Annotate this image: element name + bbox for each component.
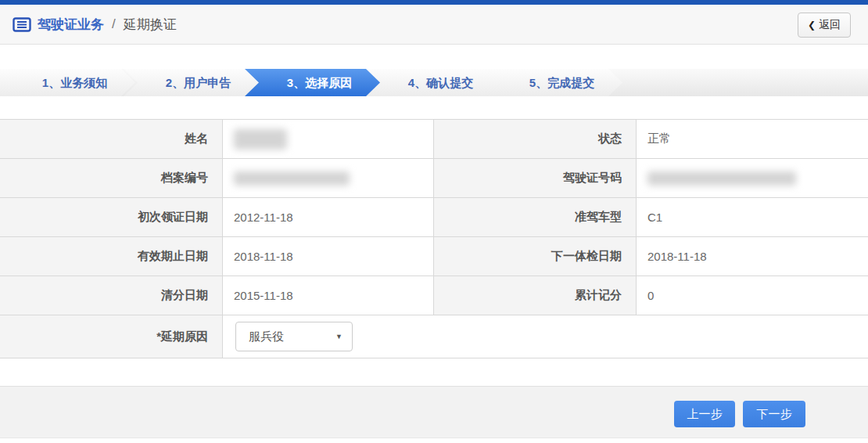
accumulated-points-value: 0 [637, 276, 868, 315]
breadcrumb: 驾驶证业务 / 延期换证 [13, 5, 177, 44]
first-issue-date-label: 初次领证日期 [0, 198, 223, 236]
previous-step-button[interactable]: 上一步 [674, 401, 735, 427]
step-3-choose-reason-active[interactable]: 3、选择原因 [245, 69, 380, 96]
chevron-left-icon: ❮ [808, 20, 816, 31]
deferral-reason-selected-value: 服兵役 [249, 330, 284, 344]
accumulated-points-label: 累计记分 [433, 276, 637, 315]
table-row: 档案编号 驾驶证号码 [0, 159, 868, 198]
status-value: 正常 [637, 120, 868, 158]
breadcrumb-separator: / [110, 16, 117, 32]
page-title-category: 驾驶证业务 [38, 16, 104, 34]
vehicle-class-value: C1 [637, 198, 868, 236]
step-wizard: 1、业务须知 2、用户申告 3、选择原因 4、确认提交 5、完成提交 [0, 69, 868, 96]
chevron-down-icon: ▼ [335, 333, 343, 340]
step-label: 2、用户申告 [145, 69, 237, 96]
back-button-label: 返回 [819, 18, 841, 32]
name-label: 姓名 [0, 120, 223, 158]
step-2-user-declaration[interactable]: 2、用户申告 [124, 69, 259, 96]
license-number-value [637, 159, 868, 197]
footer-action-bar: 上一步 下一步 [0, 386, 868, 438]
next-physical-date-label: 下一体检日期 [433, 237, 637, 276]
table-row: 有效期止日期 2018-11-18 下一体检日期 2018-11-18 [0, 237, 868, 276]
next-physical-date-value: 2018-11-18 [637, 237, 868, 276]
license-number-label: 驾驶证号码 [433, 159, 637, 197]
redacted-name-value [234, 129, 287, 149]
step-label: 3、选择原因 [267, 69, 358, 96]
vehicle-class-label: 准驾车型 [433, 198, 637, 236]
step-label: 1、业务须知 [22, 69, 113, 96]
first-issue-date-value: 2012-11-18 [223, 198, 433, 236]
name-value [223, 120, 433, 158]
file-number-label: 档案编号 [0, 159, 223, 197]
file-number-value [223, 159, 433, 197]
step-label: 4、确认提交 [388, 69, 479, 96]
next-step-button[interactable]: 下一步 [743, 401, 805, 427]
deferral-reason-select[interactable]: 服兵役 ▼ [235, 322, 353, 351]
deferral-reason-field-area: 服兵役 ▼ [223, 315, 868, 358]
table-row: 姓名 状态 正常 [0, 120, 868, 159]
table-row: 初次领证日期 2012-11-18 准驾车型 C1 [0, 198, 868, 237]
page-title-current: 延期换证 [124, 16, 177, 34]
step-4-confirm-submit[interactable]: 4、确认提交 [366, 69, 501, 96]
status-label: 状态 [433, 120, 637, 158]
step-label: 5、完成提交 [509, 69, 601, 96]
license-detail-table: 姓名 状态 正常 档案编号 驾驶证号码 初次领证日期 2012-11-18 准驾… [0, 119, 868, 358]
points-clear-date-label: 清分日期 [0, 276, 223, 315]
points-clear-date-value: 2015-11-18 [223, 276, 433, 315]
valid-until-date-label: 有效期止日期 [0, 237, 223, 276]
step-5-complete-submit[interactable]: 5、完成提交 [487, 69, 622, 96]
table-row-reason: *延期原因 服兵役 ▼ [0, 315, 868, 358]
page-header: 驾驶证业务 / 延期换证 ❮ 返回 [0, 5, 868, 45]
redacted-license-number-value [647, 171, 796, 185]
table-row: 清分日期 2015-11-18 累计记分 0 [0, 276, 868, 315]
redacted-file-number-value [234, 171, 350, 185]
back-button[interactable]: ❮ 返回 [798, 13, 851, 38]
deferral-reason-label: *延期原因 [0, 315, 223, 358]
step-1-business-notice[interactable]: 1、业务须知 [0, 69, 135, 96]
valid-until-date-value: 2018-11-18 [223, 237, 433, 276]
list-icon [13, 17, 31, 32]
